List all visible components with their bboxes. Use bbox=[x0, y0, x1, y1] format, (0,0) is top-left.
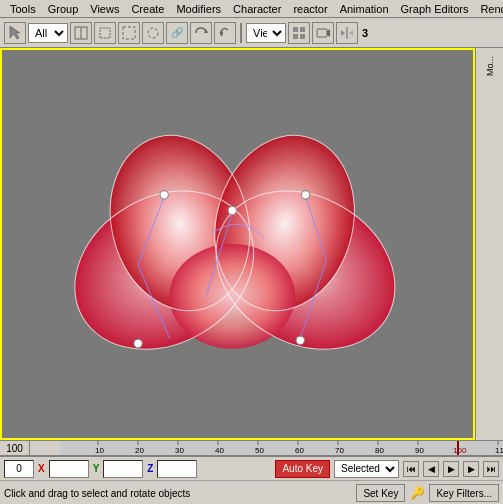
menu-tools[interactable]: Tools bbox=[4, 3, 42, 15]
nav-next[interactable]: ▶ bbox=[463, 461, 479, 477]
svg-rect-8 bbox=[300, 27, 305, 32]
svg-text:20: 20 bbox=[135, 446, 144, 455]
svg-text:10: 10 bbox=[95, 446, 104, 455]
prompt-label: Click and drag to select and rotate obje… bbox=[4, 488, 190, 499]
menu-bar: Tools Group Views Create Modifiers Chara… bbox=[0, 0, 503, 18]
toolbar-btn-link[interactable]: 🔗 bbox=[166, 22, 188, 44]
svg-rect-2 bbox=[100, 28, 110, 38]
toolbar-sep-1 bbox=[240, 23, 242, 43]
toolbar-btn-4[interactable] bbox=[118, 22, 140, 44]
filter-select[interactable]: All bbox=[28, 23, 68, 43]
svg-marker-13 bbox=[341, 30, 345, 36]
right-panel: Mo... bbox=[475, 48, 503, 440]
svg-point-31 bbox=[301, 191, 309, 199]
menu-reactor[interactable]: reactor bbox=[287, 3, 333, 15]
viewport[interactable] bbox=[0, 48, 475, 440]
svg-point-32 bbox=[296, 336, 304, 344]
svg-point-30 bbox=[134, 339, 142, 347]
ruler-content: 10 20 30 40 50 60 70 80 90 bbox=[60, 441, 503, 455]
key-filters-button[interactable]: Key Filters... bbox=[429, 484, 499, 502]
auto-key-button[interactable]: Auto Key bbox=[275, 460, 330, 478]
toolbar-btn-3[interactable] bbox=[94, 22, 116, 44]
svg-text:30: 30 bbox=[175, 446, 184, 455]
main-area: Mo... bbox=[0, 48, 503, 440]
svg-rect-7 bbox=[293, 27, 298, 32]
x-value-input[interactable] bbox=[49, 460, 89, 478]
current-frame-display: 100 bbox=[0, 441, 30, 455]
svg-text:100: 100 bbox=[453, 446, 467, 455]
toolbar-icon-select[interactable] bbox=[4, 22, 26, 44]
svg-point-29 bbox=[160, 191, 168, 199]
status-bar: X Y Z Auto Key Selected ⏮ ◀ ▶ ▶ ⏭ Click … bbox=[0, 456, 503, 504]
toolbar-btn-undo[interactable] bbox=[214, 22, 236, 44]
selected-dropdown[interactable]: Selected bbox=[334, 460, 399, 478]
svg-rect-11 bbox=[317, 29, 327, 37]
frame-number-input[interactable] bbox=[4, 460, 34, 478]
svg-text:80: 80 bbox=[375, 446, 384, 455]
menu-render[interactable]: Render bbox=[474, 3, 503, 15]
right-panel-label: Mo... bbox=[485, 56, 495, 76]
toolbar-btn-grid[interactable] bbox=[288, 22, 310, 44]
nav-prev[interactable]: ◀ bbox=[423, 461, 439, 477]
svg-text:40: 40 bbox=[215, 446, 224, 455]
toolbar-btn-camera[interactable] bbox=[312, 22, 334, 44]
svg-text:70: 70 bbox=[335, 446, 344, 455]
z-value-input[interactable] bbox=[157, 460, 197, 478]
y-value-input[interactable] bbox=[103, 460, 143, 478]
menu-group[interactable]: Group bbox=[42, 3, 85, 15]
z-label: Z bbox=[147, 463, 153, 474]
counter-label: 3 bbox=[362, 27, 368, 39]
nav-next-next[interactable]: ⏭ bbox=[483, 461, 499, 477]
toolbar-btn-2[interactable] bbox=[70, 22, 92, 44]
menu-character[interactable]: Character bbox=[227, 3, 287, 15]
svg-point-19 bbox=[169, 244, 295, 349]
toolbar-btn-5[interactable] bbox=[142, 22, 164, 44]
nav-prev-prev[interactable]: ⏮ bbox=[403, 461, 419, 477]
svg-text:110: 110 bbox=[495, 446, 503, 455]
toolbar: All 🔗 View 3 bbox=[0, 18, 503, 48]
status-row2: Click and drag to select and rotate obje… bbox=[0, 481, 503, 504]
svg-point-33 bbox=[228, 206, 236, 214]
x-label: X bbox=[38, 463, 45, 474]
set-key-button[interactable]: Set Key bbox=[356, 484, 405, 502]
svg-rect-10 bbox=[300, 34, 305, 39]
menu-views[interactable]: Views bbox=[84, 3, 125, 15]
svg-rect-3 bbox=[123, 27, 135, 39]
svg-text:60: 60 bbox=[295, 446, 304, 455]
svg-rect-9 bbox=[293, 34, 298, 39]
toolbar-btn-rotate[interactable] bbox=[190, 22, 212, 44]
svg-text:90: 90 bbox=[415, 446, 424, 455]
svg-point-4 bbox=[148, 28, 158, 38]
nav-play[interactable]: ▶ bbox=[443, 461, 459, 477]
y-label: Y bbox=[93, 463, 100, 474]
svg-text:50: 50 bbox=[255, 446, 264, 455]
timeline-ruler[interactable]: 100 10 20 30 40 50 60 70 bbox=[0, 440, 503, 456]
key-icon: 🔑 bbox=[409, 485, 425, 501]
status-row1: X Y Z Auto Key Selected ⏮ ◀ ▶ ▶ ⏭ bbox=[0, 457, 503, 481]
svg-marker-14 bbox=[349, 30, 353, 36]
menu-graph-editors[interactable]: Graph Editors bbox=[395, 3, 475, 15]
menu-modifiers[interactable]: Modifiers bbox=[170, 3, 227, 15]
toolbar-btn-mirror[interactable] bbox=[336, 22, 358, 44]
menu-animation[interactable]: Animation bbox=[334, 3, 395, 15]
menu-create[interactable]: Create bbox=[125, 3, 170, 15]
view-select[interactable]: View bbox=[246, 23, 286, 43]
